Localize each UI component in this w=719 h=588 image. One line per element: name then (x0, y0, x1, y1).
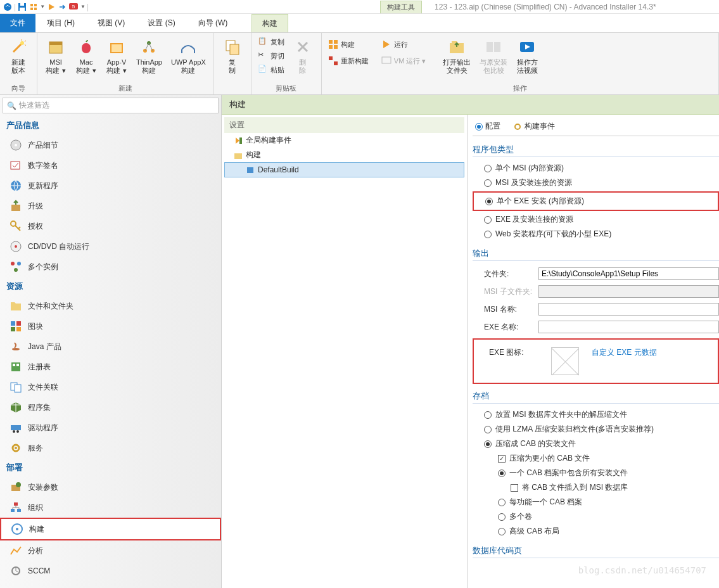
archive-cab[interactable]: 压缩成 CAB 的安装文件 (473, 437, 719, 451)
tree-default-build[interactable]: DefaultBuild (224, 162, 464, 177)
archive-lzma[interactable]: 使用 LZMA 压缩安装归档文件(多语言安装推荐) (473, 422, 719, 437)
sidebar-item-autorun[interactable]: CD/DVD 自动运行 (0, 236, 221, 257)
exe-icon-placeholder[interactable] (551, 347, 579, 375)
exe-name-input[interactable] (538, 321, 719, 333)
label: 多个实例 (28, 262, 58, 272)
sidebar-item-instances[interactable]: 多个实例 (0, 257, 221, 277)
run-icon[interactable] (46, 2, 56, 12)
svg-rect-5 (34, 4, 37, 6)
compare-button[interactable]: 与原安装 包比较 (476, 35, 511, 76)
video-button[interactable]: 操作方 法视频 (512, 35, 542, 76)
arrow-icon[interactable] (58, 2, 68, 12)
build-action-button[interactable]: 构建 (326, 38, 371, 51)
svg-rect-35 (11, 162, 20, 169)
tree-folder[interactable]: 构建 (224, 148, 464, 162)
sidebar-item-tiles[interactable]: 图块 (0, 316, 221, 336)
ribbon-group-new: MSI 构建 ▾ Mac 构建 ▾ App-V 构建 ▾ ThinApp 构建 … (37, 33, 214, 94)
menu-project[interactable]: 项目 (H) (35, 14, 86, 32)
pkg-web[interactable]: Web 安装程序(可下载的小型 EXE) (473, 227, 719, 241)
cab-one-all[interactable]: 一个 CAB 档案中包含所有安装文件 (473, 466, 719, 480)
output-folder-input[interactable] (538, 267, 719, 280)
uwp-build-button[interactable]: UWP AppX 构建 (167, 35, 210, 76)
gear-small-icon (513, 122, 522, 131)
open-output-button[interactable]: 打开输出 文件夹 (439, 35, 474, 76)
label: 全局构建事件 (246, 135, 291, 146)
thinapp-build-button[interactable]: ThinApp 构建 (132, 35, 166, 76)
new-version-button[interactable]: 新建 版本 (4, 35, 33, 76)
clip-cut-button[interactable]: ✂剪切 (255, 49, 287, 62)
cab-smaller[interactable]: 压缩为更小的 CAB 文件 (473, 451, 719, 466)
label: Mac 构建 ▾ (76, 58, 96, 75)
sidebar-item-services[interactable]: 服务 (0, 438, 221, 458)
sidebar-item-assembly[interactable]: 程序集 (0, 397, 221, 418)
ribbon-group-actions: 构建 重新构建 运行 VM 运行 ▾ 打开输出 文件夹 与原安装 包比较 操作方… (322, 33, 719, 94)
svg-point-43 (14, 268, 18, 272)
sidebar-item-file-assoc[interactable]: 文件关联 (0, 377, 221, 397)
build-icon[interactable] (29, 2, 39, 12)
dropdown-icon[interactable]: ▼ (80, 4, 86, 10)
label: 运行 (394, 40, 408, 49)
custom-exe-meta-link[interactable]: 自定义 EXE 元数据 (592, 347, 657, 358)
clip-paste-button[interactable]: 📄粘贴 (255, 63, 287, 76)
tab-events[interactable]: 构建事件 (511, 120, 557, 133)
dropdown-icon[interactable]: ▼ (40, 4, 45, 10)
svg-rect-45 (11, 321, 15, 326)
sidebar-item-license[interactable]: 授权 (0, 216, 221, 236)
label: 构建 (29, 524, 44, 535)
menu-wizard[interactable]: 向导 (W) (187, 14, 239, 32)
sidebar-item-drivers[interactable]: 驱动程序 (0, 418, 221, 438)
vm-run-button[interactable]: VM 运行 ▾ (379, 54, 429, 67)
run-action-button[interactable]: 运行 (379, 38, 429, 51)
clip-copy-button[interactable]: 📋复制 (255, 35, 287, 48)
svg-point-41 (11, 262, 15, 265)
badge-icon[interactable]: 5 (69, 2, 79, 12)
cab-volumes[interactable]: 多个卷 (473, 509, 719, 524)
pkg-exe-res[interactable]: EXE 及安装连接的资源 (473, 212, 719, 227)
sidebar-item-updater[interactable]: 更新程序 (0, 176, 221, 196)
sidebar-item-files[interactable]: 文件和文件夹 (0, 296, 221, 316)
radio-icon (484, 426, 492, 433)
tree-root[interactable]: 全局构建事件 (224, 133, 464, 148)
sidebar-item-registry[interactable]: 注册表 (0, 357, 221, 377)
tab-config[interactable]: 配置 (473, 120, 503, 133)
label: 图块 (28, 321, 43, 332)
radio-icon (475, 123, 483, 131)
label: UWP AppX 构建 (171, 58, 206, 75)
label: 构建 (246, 150, 261, 160)
appv-build-button[interactable]: App-V 构建 ▾ (102, 35, 131, 76)
pkg-msi-res[interactable]: MSI 及安装连接的资源 (473, 176, 719, 190)
svg-rect-23 (334, 40, 338, 44)
copy-button[interactable]: 复 制 (218, 35, 247, 76)
sidebar-item-sccm[interactable]: SCCM (0, 561, 221, 581)
sidebar-item-product-details[interactable]: 产品细节 (0, 135, 221, 155)
cab-advanced[interactable]: 高级 CAB 布局 (473, 524, 719, 539)
sidebar-item-build[interactable]: 构建 (0, 518, 221, 540)
sidebar-item-organize[interactable]: 组织 (0, 497, 221, 518)
file-menu[interactable]: 文件 (0, 14, 35, 32)
right-panel: 配置 构建事件 程序包类型 单个 MSI (内部资源) MSI 及安装连接的资源… (468, 115, 719, 588)
rebuild-action-button[interactable]: 重新构建 (326, 54, 371, 67)
archive-uncompressed[interactable]: 放置 MSI 数据库文件夹中的解压缩文件 (473, 407, 719, 422)
label: 每功能一个 CAB 档案 (509, 497, 582, 508)
search-input[interactable]: 🔍 快速筛选 (3, 98, 219, 113)
pkg-single-msi[interactable]: 单个 MSI (内部资源) (473, 161, 719, 176)
sidebar-item-install-params[interactable]: 安装参数 (0, 477, 221, 497)
cab-insert-msi[interactable]: 将 CAB 文件插入到 MSI 数据库 (473, 480, 719, 495)
group-label: 操作 (326, 82, 715, 93)
cab-per-feature[interactable]: 每功能一个 CAB 档案 (473, 495, 719, 509)
sidebar-item-upgrade[interactable]: 升级 (0, 196, 221, 216)
sidebar-item-digital-sign[interactable]: 数字签名 (0, 155, 221, 176)
msi-name-input[interactable] (538, 303, 719, 316)
sidebar-item-java[interactable]: Java 产品 (0, 336, 221, 357)
sidebar-item-analyze[interactable]: 分析 (0, 540, 221, 561)
menu-build-tab[interactable]: 构建 (251, 14, 288, 32)
link-icon (9, 380, 23, 394)
mac-build-button[interactable]: Mac 构建 ▾ (72, 35, 101, 76)
folder-small-icon (233, 150, 243, 160)
pkg-single-exe[interactable]: 单个 EXE 安装 (内部资源) (476, 194, 715, 208)
menu-view[interactable]: 视图 (V) (86, 14, 136, 32)
save-icon[interactable] (17, 2, 27, 12)
delete-button[interactable]: 删 除 (288, 35, 317, 76)
menu-settings[interactable]: 设置 (S) (136, 14, 186, 32)
msi-build-button[interactable]: MSI 构建 ▾ (41, 35, 70, 76)
